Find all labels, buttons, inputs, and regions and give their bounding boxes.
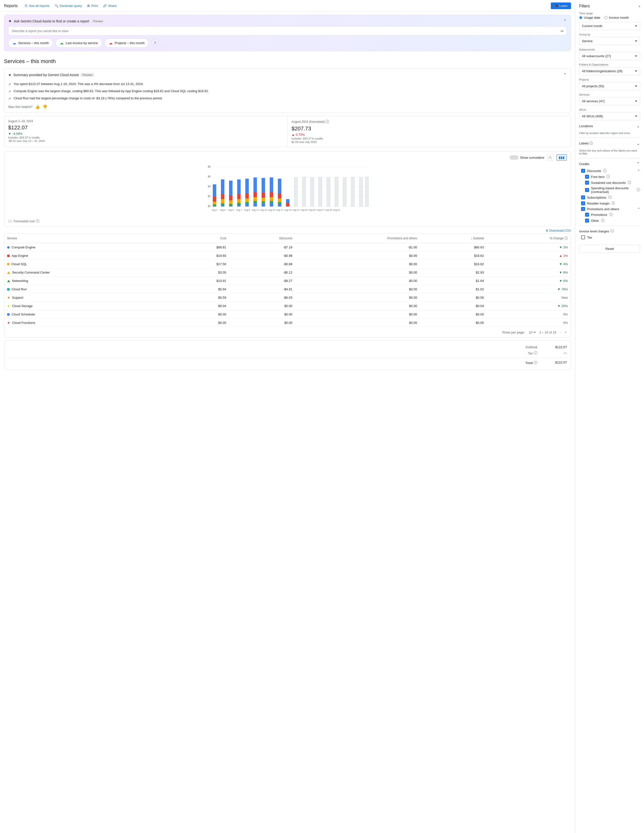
forecast-info-icon[interactable]: ⓘ: [326, 119, 329, 124]
col-discounts: Discounts: [229, 234, 295, 243]
locations-header[interactable]: Locations ⌄: [579, 123, 640, 129]
invoice-month-radio[interactable]: Invoice month: [604, 16, 629, 19]
line-chart-button[interactable]: ∕∖: [547, 154, 554, 161]
cost-cell: $0.00: [174, 310, 229, 318]
change-cell: ▼ 2%: [487, 243, 571, 252]
download-csv-link[interactable]: ⬇ Download CSV: [546, 229, 571, 232]
svg-text:Aug 1: Aug 1: [211, 209, 217, 211]
quick-report-invoice-button[interactable]: ☁ Last invoice by service: [55, 39, 102, 48]
print-link[interactable]: 🖶 Print: [87, 4, 98, 8]
discounts-info-icon[interactable]: ⓘ: [603, 169, 607, 173]
credits-title[interactable]: Credits ⌃: [579, 161, 640, 167]
thumbs-down-button[interactable]: 👎: [42, 105, 47, 109]
generate-query-link[interactable]: 🔍 Generate query: [55, 4, 82, 8]
quick-report-projects-button[interactable]: ☁ Projects – this month: [105, 39, 149, 48]
spending-checkbox[interactable]: [585, 188, 589, 192]
tax-info-icon[interactable]: ⓘ: [534, 351, 537, 355]
time-range-group: Time range Usage date Invoice month Curr…: [579, 12, 640, 32]
labels-info-icon[interactable]: ⓘ: [589, 141, 593, 145]
change-cell: ▼ 6%: [487, 269, 571, 277]
discounts-cell: -$9.27: [229, 277, 295, 285]
gemini-title: ✦ Ask Gemini Cloud Assist to find or cre…: [8, 18, 105, 24]
other-info-icon[interactable]: ⓘ: [601, 218, 605, 223]
table-row: ★ Cloud Storage $0.04 $0.00 $0.00 $0.04 …: [4, 302, 571, 310]
promotions-sub-checkbox[interactable]: [585, 213, 589, 217]
free-tiers-checkbox[interactable]: [585, 175, 589, 178]
svg-text:Aug 27: Aug 27: [317, 209, 324, 211]
invoice-level-info-icon[interactable]: ⓘ: [610, 229, 614, 233]
gemini-input-wrap: ✏: [8, 26, 567, 35]
share-link[interactable]: 🔗 Share: [103, 4, 117, 8]
sustained-checkbox[interactable]: [585, 181, 589, 185]
total-info-icon[interactable]: ⓘ: [534, 360, 537, 365]
summary-collapse-button[interactable]: ⌃: [563, 72, 567, 78]
svg-text:Aug 31: Aug 31: [333, 209, 340, 211]
tax-checkbox[interactable]: [581, 235, 585, 239]
discounts-cell: -$0.88: [229, 260, 295, 269]
reset-button[interactable]: Reset: [579, 245, 640, 253]
services-select[interactable]: All services (47): [579, 97, 640, 105]
current-month-select[interactable]: Current month: [579, 22, 640, 30]
change-info-icon[interactable]: ⓘ: [564, 236, 568, 240]
see-all-reports-link[interactable]: ☰ See all reports: [25, 4, 50, 8]
totals-card: Subtotal $122.07 Tax ⓘ — Total ⓘ $122.07: [4, 341, 571, 370]
svg-rect-57: [365, 177, 369, 206]
current-metric-sub2: -$5.21 over July 13 – 31, 2024: [8, 140, 283, 142]
cost-cell: $10.91: [174, 277, 229, 285]
labels-sub: Select the key and values of the labels …: [579, 149, 640, 155]
credits-label-text: Credits: [579, 162, 589, 166]
discounts-cell: -$0.12: [229, 269, 295, 277]
service-cell: Networking: [4, 277, 174, 285]
search-icon: 🔍: [55, 4, 58, 8]
more-reports-button[interactable]: ›: [151, 39, 159, 46]
group-by-group: Group by Service: [579, 33, 640, 47]
prev-page-button[interactable]: ‹: [559, 330, 562, 335]
svg-rect-55: [351, 177, 354, 206]
next-page-button[interactable]: ›: [565, 330, 567, 335]
bar-chart-button[interactable]: ▮▮▮: [557, 154, 567, 161]
toggle-switch[interactable]: [510, 155, 518, 160]
usage-date-radio[interactable]: Usage date: [579, 16, 601, 19]
reseller-info-icon[interactable]: ⓘ: [612, 201, 615, 206]
free-tiers-info-icon[interactable]: ⓘ: [607, 174, 610, 179]
table-row: ★ Support $0.59 -$0.03 $0.00 $0.56 New: [4, 294, 571, 302]
gemini-search-input[interactable]: [8, 26, 567, 35]
rows-per-page-select[interactable]: 10 25 50: [528, 330, 536, 334]
service-cell: App Engine: [4, 252, 174, 260]
other-checkbox[interactable]: [585, 219, 589, 222]
usage-date-radio-input[interactable]: [579, 16, 582, 19]
col-service: Service: [4, 234, 174, 243]
cumulative-toggle[interactable]: Show cumulative: [510, 155, 544, 160]
promotions-collapse-icon[interactable]: ⌃: [638, 207, 640, 211]
invoice-month-radio-input[interactable]: [604, 16, 607, 19]
projects-select[interactable]: All projects (55): [579, 82, 640, 90]
summary-sparkle-icon: ✦: [8, 73, 11, 77]
col-subtotal[interactable]: ↓ Subtotal: [420, 234, 487, 243]
folders-select[interactable]: All folders/organizations (28): [579, 67, 640, 75]
forecast-metric-label: August 2024 (forecasted) ⓘ: [292, 119, 567, 124]
discounts-checkbox[interactable]: [581, 169, 585, 173]
subscriptions-info-icon[interactable]: ⓘ: [608, 195, 612, 199]
reseller-checkbox[interactable]: [581, 201, 585, 205]
skus-select[interactable]: All SKUs (408): [579, 112, 640, 120]
subtotal-cell: $0.00: [420, 318, 487, 327]
forecasted-info-icon[interactable]: ⓘ: [36, 219, 39, 224]
subaccounts-select[interactable]: All subaccounts (27): [579, 52, 640, 60]
discounts-collapse-icon[interactable]: ⌃: [638, 169, 640, 173]
promotions-checkbox[interactable]: [581, 207, 585, 211]
spending-info-icon[interactable]: ⓘ: [637, 188, 640, 192]
labels-header[interactable]: Labels ⓘ ⌄: [579, 141, 640, 146]
group-by-select[interactable]: Service: [579, 37, 640, 45]
sustained-info-icon[interactable]: ⓘ: [628, 180, 631, 185]
promotions-sub-info-icon[interactable]: ⓘ: [609, 212, 613, 217]
collapse-button[interactable]: ⌃: [563, 18, 567, 24]
filters-title: Filters ›: [579, 4, 640, 8]
cloud-icon-1: ☁: [12, 41, 16, 45]
thumbs-up-button[interactable]: 👍: [35, 105, 40, 109]
subscriptions-checkbox[interactable]: [581, 195, 585, 199]
learn-button[interactable]: 🎓 Learn: [551, 2, 571, 9]
chart-controls: Show cumulative ∕∖ ▮▮▮: [8, 154, 567, 161]
sidebar-collapse-icon[interactable]: ›: [639, 4, 640, 8]
quick-report-services-button[interactable]: ☁ Services – this month: [8, 39, 53, 48]
svg-rect-29: [245, 202, 249, 204]
